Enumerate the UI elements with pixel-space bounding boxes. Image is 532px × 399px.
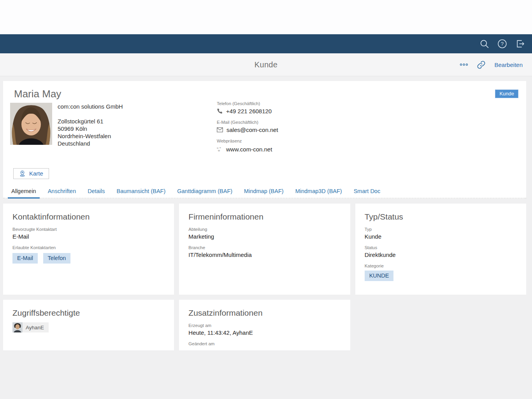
tab-ganttdiagramm[interactable]: Ganttdiagramm (BAF) bbox=[174, 185, 236, 198]
contact-type-chip[interactable]: E-Mail bbox=[12, 253, 38, 264]
profile-card: Kunde Maria May com:con solutions GmbH Z… bbox=[3, 81, 526, 199]
mail-icon bbox=[217, 127, 223, 132]
web-label: Webpräsenz bbox=[217, 139, 278, 143]
communication-block: Telefon (Geschäftlich) +49 221 2608120 E… bbox=[217, 101, 278, 158]
svg-text:w: w bbox=[219, 146, 221, 149]
address-line: Nordrhein-Westfalen bbox=[58, 132, 123, 140]
help-icon[interactable]: ? bbox=[497, 39, 507, 49]
card-firmeninformationen: Firmeninformationen Abteilung Marketing … bbox=[179, 204, 350, 295]
department-label: Abteilung bbox=[188, 227, 341, 232]
card-title: Firmeninformationen bbox=[188, 212, 341, 221]
category-chip[interactable]: KUNDE bbox=[365, 271, 394, 281]
user-chip[interactable]: AyhanE bbox=[12, 322, 49, 332]
email-value[interactable]: sales@com-con.net bbox=[226, 127, 278, 133]
allowed-contact-label: Erlaubte Kontaktarten bbox=[12, 245, 165, 250]
card-kontaktinformationen: Kontaktinformationen Bevorzugte Kontakta… bbox=[3, 204, 174, 295]
map-button-label: Karte bbox=[29, 170, 43, 177]
address-line: Deutschland bbox=[58, 140, 123, 147]
top-whitespace bbox=[0, 0, 532, 34]
industry-label: Branche bbox=[188, 245, 341, 250]
page-title: Kunde bbox=[0, 60, 532, 69]
tab-details[interactable]: Details bbox=[84, 185, 108, 198]
person-name: Maria May bbox=[14, 88, 518, 100]
page-header: Kunde Bearbeiten bbox=[0, 53, 532, 76]
preferred-contact-value: E-Mail bbox=[12, 233, 165, 240]
created-value: Heute, 11:43:42, AyhanE bbox=[188, 329, 341, 336]
industry-value: IT/Telekomm/Multimedia bbox=[188, 251, 341, 258]
user-chip-label: AyhanE bbox=[26, 325, 44, 330]
phone-row: +49 221 2608120 bbox=[217, 108, 278, 114]
phone-value[interactable]: +49 221 2608120 bbox=[226, 108, 272, 114]
address-block: com:con solutions GmbH Zollstockgürtel 6… bbox=[58, 103, 123, 147]
contact-photo bbox=[10, 103, 52, 145]
created-label: Erzeugt am bbox=[188, 323, 341, 328]
content-area: Kunde Maria May com:con solutions GmbH Z… bbox=[0, 76, 532, 399]
www-icon: www bbox=[217, 146, 223, 152]
tab-bar: Allgemein Anschriften Details Baumansich… bbox=[3, 185, 526, 199]
svg-text:w: w bbox=[218, 149, 220, 152]
card-title: Typ/Status bbox=[365, 212, 517, 221]
tab-mindmap3d[interactable]: Mindmap3D (BAF) bbox=[292, 185, 346, 198]
type-label: Typ bbox=[365, 227, 517, 232]
search-icon[interactable] bbox=[479, 39, 489, 49]
svg-text:?: ? bbox=[500, 41, 504, 47]
card-zugriffsberechtigte: Zugriffsberechtigte AyhanE bbox=[3, 300, 174, 350]
header-actions: Bearbeiten bbox=[460, 60, 523, 69]
record-type-badge: Kunde bbox=[495, 90, 518, 98]
more-options-icon[interactable] bbox=[460, 63, 468, 67]
card-typ-status: Typ/Status Typ Kunde Status Direktkunde … bbox=[355, 204, 526, 295]
phone-label: Telefon (Geschäftlich) bbox=[217, 101, 278, 106]
card-title: Kontaktinformationen bbox=[12, 212, 165, 221]
user-avatar bbox=[12, 322, 23, 332]
web-value[interactable]: www.com-con.net bbox=[226, 146, 272, 153]
card-title: Zusatzinformationen bbox=[188, 308, 341, 318]
status-value: Direktkunde bbox=[365, 251, 517, 258]
tab-allgemein[interactable]: Allgemein bbox=[8, 185, 40, 199]
tab-baumansicht[interactable]: Baumansicht (BAF) bbox=[113, 185, 169, 198]
address-line: 50969 Köln bbox=[58, 125, 123, 132]
web-row: www www.com-con.net bbox=[217, 146, 278, 153]
tab-mindmap[interactable]: Mindmap (BAF) bbox=[241, 185, 287, 198]
tab-anschriften[interactable]: Anschriften bbox=[44, 185, 80, 198]
contact-type-chip[interactable]: Telefon bbox=[43, 253, 71, 264]
email-label: E-Mail (Geschäftlich) bbox=[217, 120, 278, 125]
category-label: Kategorie bbox=[365, 264, 517, 268]
company-name: com:con solutions GmbH bbox=[58, 103, 123, 110]
map-pin-icon bbox=[19, 170, 26, 177]
map-button[interactable]: Karte bbox=[13, 168, 49, 179]
link-icon[interactable] bbox=[477, 60, 486, 69]
edit-button[interactable]: Bearbeiten bbox=[494, 62, 523, 68]
card-title: Zugriffsberechtigte bbox=[12, 308, 165, 318]
phone-icon bbox=[217, 108, 223, 114]
tab-smart-doc[interactable]: Smart Doc bbox=[350, 185, 384, 198]
status-label: Status bbox=[365, 245, 517, 250]
type-value: Kunde bbox=[365, 233, 517, 240]
app-topbar: ? bbox=[0, 34, 532, 53]
logout-icon[interactable] bbox=[515, 39, 525, 49]
email-row: sales@com-con.net bbox=[217, 127, 278, 133]
modified-label: Geändert am bbox=[188, 341, 341, 346]
address-line: Zollstockgürtel 61 bbox=[58, 118, 123, 125]
card-zusatzinformationen: Zusatzinformationen Erzeugt am Heute, 11… bbox=[179, 300, 350, 350]
preferred-contact-label: Bevorzugte Kontaktart bbox=[12, 227, 165, 232]
info-card-grid: Kontaktinformationen Bevorzugte Kontakta… bbox=[3, 204, 526, 350]
department-value: Marketing bbox=[188, 233, 341, 240]
